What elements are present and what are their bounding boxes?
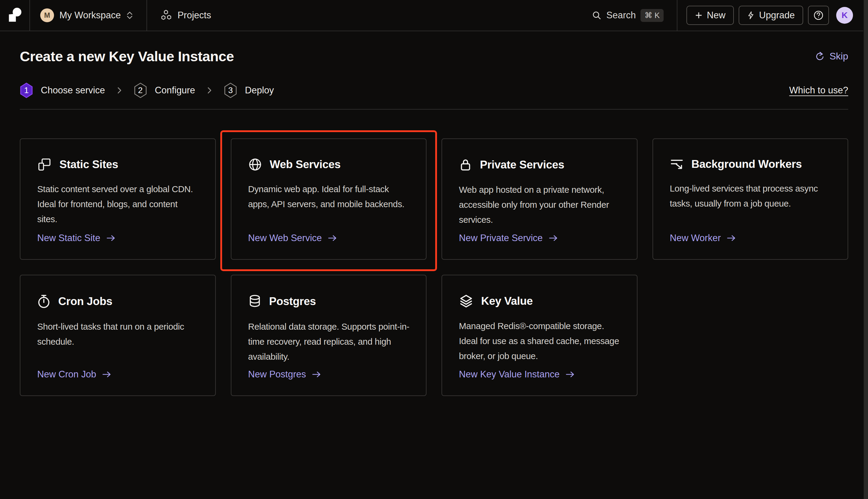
question-circle-icon <box>814 10 823 21</box>
card-description: Managed Redis®-compatible storage. Ideal… <box>459 318 621 364</box>
which-to-use-link[interactable]: Which to use? <box>789 85 848 96</box>
card-title: Web Services <box>270 158 340 171</box>
step-deploy[interactable]: 3 Deploy <box>224 83 274 98</box>
new-private-service-link[interactable]: New Private Service <box>459 233 621 243</box>
step-choose-service[interactable]: 1 Choose service <box>20 83 105 98</box>
card-description: Web app hosted on a private network, acc… <box>459 182 621 227</box>
globe-icon <box>248 158 262 171</box>
layers-icon <box>459 294 473 308</box>
card-title: Static Sites <box>59 158 118 171</box>
step-configure[interactable]: 2 Configure <box>134 83 195 98</box>
card-title: Key Value <box>481 295 533 307</box>
search-shortcut-badge: ⌘ K <box>641 9 664 22</box>
service-card-grid: Static Sites Static content served over … <box>20 138 848 396</box>
render-logo-icon <box>6 7 23 24</box>
card-description: Long-lived services that process async t… <box>670 181 832 211</box>
skip-redo-arrow-icon <box>814 52 825 61</box>
stopwatch-icon <box>37 294 50 309</box>
new-button-label: New <box>707 10 726 21</box>
skip-label: Skip <box>830 51 848 62</box>
skip-link[interactable]: Skip <box>814 51 848 62</box>
service-card-cron-jobs[interactable]: Cron Jobs Short-lived tasks that run on … <box>20 275 216 396</box>
lock-icon <box>459 158 472 172</box>
help-button[interactable] <box>808 6 829 25</box>
service-card-postgres[interactable]: Postgres Relational data storage. Suppor… <box>231 275 427 396</box>
arrow-right-icon <box>101 370 112 378</box>
card-title: Cron Jobs <box>58 295 112 308</box>
lightning-icon <box>747 11 755 20</box>
chevron-right-icon <box>117 86 122 94</box>
service-card-static-sites[interactable]: Static Sites Static content served over … <box>20 138 216 260</box>
database-icon <box>248 294 261 309</box>
service-card-web-services[interactable]: Web Services Dynamic web app. Ideal for … <box>231 138 427 260</box>
upgrade-button-label: Upgrade <box>759 10 795 21</box>
projects-label: Projects <box>177 10 211 21</box>
service-card-private-services[interactable]: Private Services Web app hosted on a pri… <box>442 138 637 260</box>
search-button[interactable]: Search ⌘ K <box>592 0 664 31</box>
card-title: Private Services <box>480 159 564 171</box>
step-3-label: Deploy <box>245 85 274 96</box>
user-avatar[interactable]: K <box>836 7 853 24</box>
chevron-right-icon <box>207 86 212 94</box>
arrow-right-icon <box>311 370 321 378</box>
new-static-site-link[interactable]: New Static Site <box>37 233 200 243</box>
chevron-up-down-icon <box>126 11 133 20</box>
card-title: Postgres <box>269 295 316 308</box>
main-content: Static Sites Static content served over … <box>0 110 868 396</box>
projects-icon <box>160 10 172 21</box>
new-key-value-instance-link[interactable]: New Key Value Instance <box>459 369 621 380</box>
new-web-service-link[interactable]: New Web Service <box>248 233 411 243</box>
page-title: Create a new Key Value Instance <box>20 48 234 64</box>
step-3-hexagon-badge: 3 <box>224 83 237 98</box>
workspace-avatar: M <box>40 9 54 22</box>
workspace-name: My Workspace <box>59 10 121 21</box>
devices-icon <box>37 158 52 171</box>
new-worker-link[interactable]: New Worker <box>670 233 832 243</box>
card-description: Dynamic web app. Ideal for full-stack ap… <box>248 182 411 212</box>
new-postgres-link[interactable]: New Postgres <box>248 369 411 380</box>
card-description: Relational data storage. Supports point-… <box>248 319 411 364</box>
upgrade-button[interactable]: Upgrade <box>739 6 803 25</box>
service-card-background-workers[interactable]: Background Workers Long-lived services t… <box>653 138 848 260</box>
card-title: Background Workers <box>692 158 802 171</box>
step-2-hexagon-badge: 2 <box>134 83 147 98</box>
scrollbar[interactable] <box>863 0 868 499</box>
new-cron-job-link[interactable]: New Cron Job <box>37 369 200 380</box>
search-icon <box>592 11 602 20</box>
nav-projects-link[interactable]: Projects <box>147 0 211 31</box>
arrow-right-icon <box>548 234 558 242</box>
arrow-right-icon <box>327 234 337 242</box>
new-button[interactable]: New <box>686 6 734 25</box>
stepper: 1 Choose service 2 Configure <box>20 83 274 98</box>
worker-queue-icon <box>670 158 684 171</box>
card-description: Short-lived tasks that run on a periodic… <box>37 319 200 349</box>
arrow-right-icon <box>106 234 116 242</box>
top-nav: M My Workspace Projects Search <box>0 0 868 31</box>
search-label: Search <box>606 10 636 21</box>
card-description: Static content served over a global CDN.… <box>37 182 200 227</box>
nav-spacer <box>211 0 592 31</box>
nav-divider <box>677 0 678 31</box>
arrow-right-icon <box>565 370 575 378</box>
step-2-label: Configure <box>155 85 195 96</box>
service-card-key-value[interactable]: Key Value Managed Redis®-compatible stor… <box>442 275 637 396</box>
page-header: Create a new Key Value Instance Skip 1 C <box>0 48 868 110</box>
step-1-label: Choose service <box>41 85 105 96</box>
workspace-switcher[interactable]: M My Workspace <box>30 0 147 31</box>
plus-icon <box>695 11 703 19</box>
arrow-right-icon <box>726 234 736 242</box>
render-logo[interactable] <box>0 0 29 31</box>
step-1-hexagon-badge: 1 <box>20 83 33 98</box>
